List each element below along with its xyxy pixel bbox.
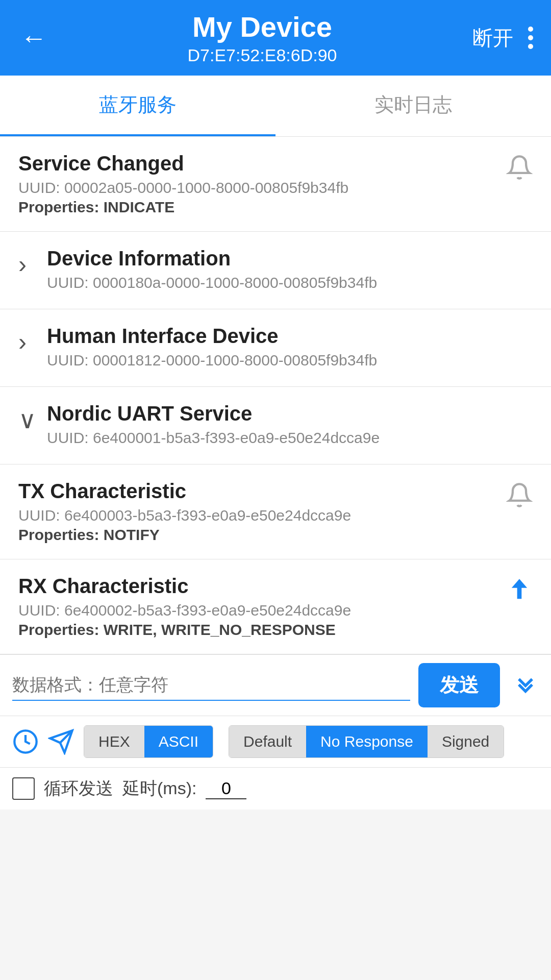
rx-characteristic: RX Characteristic UUID: 6e400002-b5a3-f3…: [0, 559, 551, 654]
nordic-uart-service-header: ∨ Nordic UART Service UUID: 6e400001-b5a…: [18, 402, 533, 449]
send-row: 发送: [0, 655, 551, 716]
clock-icon[interactable]: [12, 728, 39, 755]
device-information-title: Device Information: [47, 247, 377, 270]
format-row: HEX ASCII Default No Response Signed: [0, 716, 551, 768]
loop-label: 循环发送: [44, 777, 113, 800]
rx-characteristic-properties: Properties: WRITE, WRITE_NO_RESPONSE: [18, 621, 351, 639]
tx-characteristic-properties: Properties: NOTIFY: [18, 526, 351, 544]
nordic-uart-service[interactable]: ∨ Nordic UART Service UUID: 6e400001-b5a…: [0, 387, 551, 464]
human-interface-device-header: › Human Interface Device UUID: 00001812-…: [18, 325, 533, 371]
service-changed: Service Changed UUID: 00002a05-0000-1000…: [0, 137, 551, 232]
service-changed-properties: Properties: INDICATE: [18, 199, 348, 216]
service-changed-bell-icon[interactable]: [506, 154, 533, 181]
human-interface-device-title: Human Interface Device: [47, 325, 377, 348]
expand-send-button[interactable]: [512, 669, 539, 701]
human-interface-device-left: › Human Interface Device UUID: 00001812-…: [18, 325, 377, 371]
tab-bluetooth[interactable]: 蓝牙服务: [0, 76, 276, 136]
send-input[interactable]: [12, 670, 410, 701]
service-changed-uuid: UUID: 00002a05-0000-1000-8000-00805f9b34…: [18, 179, 348, 197]
rx-characteristic-header: RX Characteristic UUID: 6e400002-b5a3-f3…: [18, 575, 533, 639]
tx-characteristic-bell-icon[interactable]: [506, 482, 533, 508]
bottom-bar: 发送 HEX ASCII Default No Response Si: [0, 654, 551, 810]
nordic-uart-service-left: ∨ Nordic UART Service UUID: 6e400001-b5a…: [18, 402, 380, 449]
rx-characteristic-title: RX Characteristic: [18, 575, 351, 598]
delay-label: 延时(ms):: [122, 777, 196, 800]
service-list: Service Changed UUID: 00002a05-0000-1000…: [0, 137, 551, 654]
delay-input[interactable]: [206, 778, 246, 799]
human-interface-device-info: Human Interface Device UUID: 00001812-00…: [47, 325, 377, 371]
rx-characteristic-uuid: UUID: 6e400002-b5a3-f393-e0a9-e50e24dcca…: [18, 602, 351, 619]
device-information-uuid: UUID: 0000180a-0000-1000-8000-00805f9b34…: [47, 274, 377, 291]
device-information-expand-icon[interactable]: ›: [18, 250, 37, 278]
human-interface-device-uuid: UUID: 00001812-0000-1000-8000-00805f9b34…: [47, 352, 377, 369]
tab-bar: 蓝牙服务 实时日志: [0, 76, 551, 137]
signed-button[interactable]: Signed: [428, 726, 504, 757]
device-information[interactable]: › Device Information UUID: 0000180a-0000…: [0, 232, 551, 309]
tx-characteristic-info: TX Characteristic UUID: 6e400003-b5a3-f3…: [18, 480, 351, 544]
more-menu-button[interactable]: [525, 24, 536, 52]
loop-checkbox[interactable]: [12, 777, 35, 800]
send-icon[interactable]: [48, 728, 74, 755]
hex-button[interactable]: HEX: [84, 726, 144, 757]
nordic-uart-service-uuid: UUID: 6e400001-b5a3-f393-e0a9-e50e24dcca…: [47, 429, 380, 447]
human-interface-device-expand-icon[interactable]: ›: [18, 328, 37, 356]
encoding-toggle: HEX ASCII: [84, 725, 213, 758]
rx-characteristic-info: RX Characteristic UUID: 6e400002-b5a3-f3…: [18, 575, 351, 639]
no-response-button[interactable]: No Response: [306, 726, 428, 757]
loop-row: 循环发送 延时(ms):: [0, 768, 551, 810]
disconnect-button[interactable]: 断开: [472, 24, 513, 52]
service-changed-title: Service Changed: [18, 152, 348, 175]
service-changed-info: Service Changed UUID: 00002a05-0000-1000…: [18, 152, 348, 216]
tab-log[interactable]: 实时日志: [276, 76, 551, 136]
send-button[interactable]: 发送: [418, 663, 500, 707]
tx-characteristic: TX Characteristic UUID: 6e400003-b5a3-f3…: [0, 464, 551, 559]
header-title-group: My Device D7:E7:52:E8:6D:90: [52, 10, 472, 65]
device-information-header: › Device Information UUID: 0000180a-0000…: [18, 247, 533, 293]
nordic-uart-service-info: Nordic UART Service UUID: 6e400001-b5a3-…: [47, 402, 380, 449]
nordic-uart-service-title: Nordic UART Service: [47, 402, 380, 425]
tx-characteristic-uuid: UUID: 6e400003-b5a3-f393-e0a9-e50e24dcca…: [18, 507, 351, 524]
device-address: D7:E7:52:E8:6D:90: [52, 45, 472, 65]
header-actions: 断开: [472, 24, 536, 52]
device-information-left: › Device Information UUID: 0000180a-0000…: [18, 247, 377, 293]
response-toggle: Default No Response Signed: [229, 725, 504, 758]
device-information-info: Device Information UUID: 0000180a-0000-1…: [47, 247, 377, 293]
default-button[interactable]: Default: [229, 726, 306, 757]
back-button[interactable]: ←: [15, 17, 52, 58]
human-interface-device[interactable]: › Human Interface Device UUID: 00001812-…: [0, 309, 551, 387]
ascii-button[interactable]: ASCII: [144, 726, 213, 757]
app-header: ← My Device D7:E7:52:E8:6D:90 断开: [0, 0, 551, 76]
device-name: My Device: [52, 10, 472, 43]
nordic-uart-service-expand-icon[interactable]: ∨: [18, 405, 37, 434]
tx-characteristic-title: TX Characteristic: [18, 480, 351, 503]
service-changed-header: Service Changed UUID: 00002a05-0000-1000…: [18, 152, 533, 216]
rx-characteristic-upload-icon[interactable]: [506, 577, 533, 603]
tx-characteristic-header: TX Characteristic UUID: 6e400003-b5a3-f3…: [18, 480, 533, 544]
